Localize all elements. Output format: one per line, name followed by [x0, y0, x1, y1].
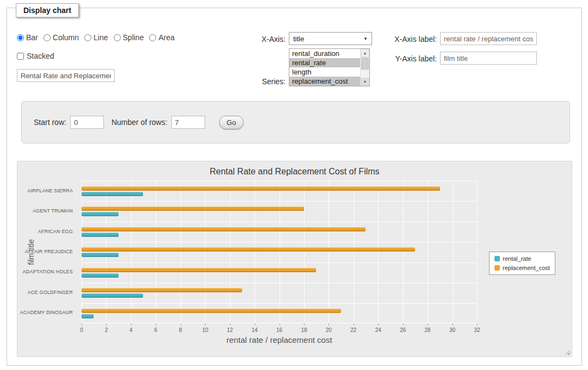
x-axis-selected-value: title — [293, 35, 304, 43]
chart-type-radios: BarColumnLineSplineArea — [17, 33, 180, 42]
tick-mark — [378, 323, 379, 325]
series-option-rental_rate[interactable]: rental_rate — [289, 58, 360, 67]
chart-type-radio-spline[interactable] — [114, 34, 121, 41]
gridline — [329, 181, 329, 323]
tick-mark — [354, 323, 354, 325]
start-row-input[interactable] — [70, 116, 104, 129]
x-tick-label: 26 — [395, 327, 411, 333]
legend-swatch — [494, 256, 500, 261]
scroll-down-button[interactable]: ▼ — [361, 78, 369, 86]
gridline — [181, 181, 181, 323]
plot-area — [82, 181, 477, 323]
bar-replacement_cost — [82, 247, 415, 252]
bar-rental_rate — [82, 293, 143, 298]
gridline — [205, 181, 206, 323]
x-axis-select[interactable]: title ▼ — [289, 32, 372, 45]
chart-type-label: Line — [94, 33, 108, 42]
chart-title-input[interactable] — [17, 69, 115, 82]
scroll-up-button[interactable]: ▲ — [361, 49, 369, 57]
x-axis-select-label: X-Axis: — [241, 35, 286, 43]
category-label: ADAPTATION HOLES — [17, 269, 77, 274]
listbox-scrollbar[interactable]: ▲ ▼ — [360, 49, 369, 86]
gridline — [378, 181, 379, 323]
chart-container: Rental Rate and Replacement Cost of Film… — [17, 161, 572, 357]
bar-replacement_cost — [82, 268, 316, 272]
panel-legend: Display chart — [16, 3, 79, 17]
series-listbox[interactable]: rental_durationrental_ratelengthreplacem… — [289, 48, 370, 86]
bar-replacement_cost — [82, 227, 366, 231]
gridline — [82, 201, 477, 202]
resize-handle-icon[interactable] — [564, 349, 570, 355]
series-option-length[interactable]: length — [289, 67, 360, 77]
chart-type-radio-bar[interactable] — [17, 34, 24, 41]
stacked-checkbox[interactable] — [17, 53, 24, 60]
series-option-rental_duration[interactable]: rental_duration — [289, 49, 360, 58]
x-tick-label: 4 — [123, 327, 139, 333]
chart-type-radio-line[interactable] — [84, 34, 91, 41]
legend-label: replacement_cost — [503, 265, 550, 271]
tick-mark — [156, 323, 156, 325]
gridline — [255, 181, 255, 323]
tick-mark — [230, 323, 231, 325]
y-axis-label-input[interactable] — [440, 52, 537, 65]
chart-type-label: Column — [53, 33, 79, 42]
bar-rental_rate — [82, 212, 119, 216]
gridline — [354, 181, 354, 323]
bar-replacement_cost — [82, 309, 341, 313]
tick-mark — [329, 323, 329, 325]
legend-item-rental_rate[interactable]: rental_rate — [494, 255, 550, 262]
x-tick-label: 12 — [222, 327, 238, 333]
category-label: AFFAIR PREJUDICE — [17, 249, 77, 254]
x-axis-label-input[interactable] — [440, 32, 537, 45]
category-label: ACADEMY DINOSAUR — [17, 310, 77, 315]
x-tick-label: 14 — [246, 327, 263, 333]
start-row-label: Start row: — [34, 118, 66, 127]
x-tick-label: 24 — [370, 327, 386, 333]
chart-type-radio-column[interactable] — [44, 34, 51, 41]
arrow-up-icon: ▲ — [363, 51, 367, 55]
gridline — [82, 181, 477, 181]
chart-legend: rental_ratereplacement_cost — [489, 252, 555, 275]
stacked-checkbox-row: Stacked — [17, 52, 54, 60]
chart-title: Rental Rate and Replacement Cost of Film… — [17, 167, 572, 177]
chart-type-option-area: Area — [149, 33, 175, 42]
chart-type-label: Bar — [26, 33, 38, 42]
gridline — [230, 181, 231, 323]
x-tick-label: 6 — [147, 327, 164, 333]
x-tick-label: 8 — [172, 327, 189, 333]
gridline — [156, 181, 156, 323]
x-tick-label: 0 — [73, 327, 90, 333]
go-button[interactable]: Go — [219, 116, 244, 129]
series-option-replacement_cost[interactable]: replacement_cost — [289, 77, 360, 86]
gridline — [82, 283, 477, 283]
tick-mark — [181, 323, 181, 325]
x-tick-label: 2 — [98, 327, 114, 333]
display-chart-panel: Display chart BarColumnLineSplineArea St… — [7, 8, 582, 366]
category-label: AFRICAN EGG — [17, 229, 77, 234]
bar-rental_rate — [82, 273, 119, 278]
gridline — [82, 242, 477, 242]
x-tick-label: 20 — [320, 327, 337, 333]
x-tick-label: 10 — [197, 327, 213, 333]
x-axis-title: rental rate / replacement cost — [82, 335, 477, 344]
bar-rental_rate — [82, 233, 119, 237]
chart-type-option-line: Line — [84, 33, 108, 42]
gridline — [477, 181, 478, 323]
x-tick-label: 22 — [345, 327, 362, 333]
scroll-thumb[interactable] — [361, 58, 369, 70]
tick-mark — [477, 323, 478, 325]
legend-swatch — [494, 265, 500, 271]
number-of-rows-label: Number of rows: — [112, 118, 168, 127]
bar-rental_rate — [82, 253, 119, 257]
tick-mark — [304, 323, 305, 325]
category-label: AIRPLANE SIERRA — [17, 188, 77, 193]
chart-type-radio-area[interactable] — [149, 34, 156, 41]
category-label: ACE GOLDFINGER — [17, 290, 77, 295]
legend-item-replacement_cost[interactable]: replacement_cost — [494, 265, 550, 271]
row-controls-panel: Start row: Number of rows: Go — [21, 101, 570, 143]
bar-rental_rate — [82, 192, 143, 196]
series-select-label: Series: — [241, 77, 286, 86]
gridline — [280, 181, 280, 323]
number-of-rows-input[interactable] — [171, 116, 205, 129]
tick-mark — [453, 323, 453, 325]
